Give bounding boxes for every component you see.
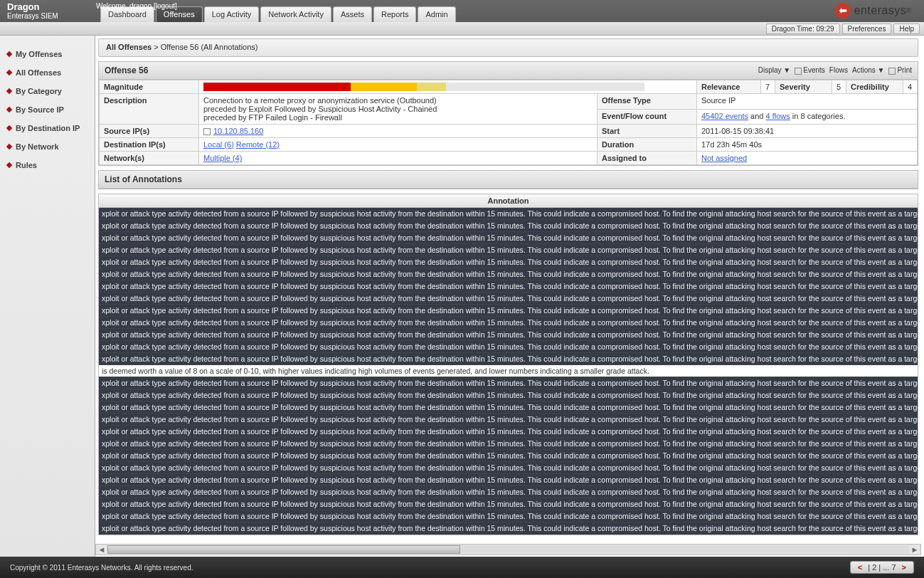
sub-toolbar: Dragon Time: 09:29 Preferences Help (0, 22, 924, 36)
scroll-thumb[interactable] (107, 545, 460, 554)
annotation-row[interactable]: xploit or attack type activity detected … (99, 401, 918, 414)
relevance-value: 7 (761, 80, 775, 94)
annotation-row[interactable]: xploit or attack type activity detected … (99, 329, 918, 341)
duration-value: 17d 23h 45m 40s (697, 138, 918, 152)
assigned-label: Assigned to (598, 152, 697, 165)
tab-admin[interactable]: Admin (418, 6, 455, 22)
page-next[interactable]: > (902, 563, 906, 572)
networks-link[interactable]: Multiple (4) (203, 154, 242, 162)
welcome-text: Welcome, dragon [logout] (96, 2, 177, 10)
annotation-row[interactable]: xploit or attack type activity detected … (99, 498, 918, 510)
annotation-row[interactable]: xploit or attack type activity detected … (99, 280, 918, 293)
annotation-row[interactable]: xploit or attack type activity detected … (99, 208, 918, 220)
brand: Dragon Enterasys SIEM (7, 1, 58, 20)
sidebar-item-by-source-ip[interactable]: By Source IP (0, 103, 95, 117)
credibility-value: 4 (903, 80, 918, 94)
dragon-time: Dragon Time: 09:29 (766, 23, 840, 34)
annotation-row[interactable]: xploit or attack type activity detected … (99, 377, 918, 389)
annotation-row[interactable]: xploit or attack type activity detected … (99, 353, 918, 365)
scroll-left-icon[interactable]: ◄ (96, 545, 107, 554)
pager: < | 2 | ... 7 > (850, 561, 914, 574)
tab-network-activity[interactable]: Network Activity (260, 6, 331, 22)
eventflow-value: 45402 events and 4 flows in 8 categories… (697, 109, 918, 125)
help-button[interactable]: Help (893, 23, 920, 34)
annotation-row[interactable]: xploit or attack type activity detected … (99, 426, 918, 438)
diamond-icon (6, 70, 12, 75)
logo-icon (835, 3, 851, 19)
sidebar-item-by-category[interactable]: By Category (0, 84, 95, 98)
breadcrumb: All Offenses > Offense 56 (All Annotatio… (98, 38, 918, 57)
offense-type-value: Source IP (697, 94, 918, 110)
annotation-row[interactable]: xploit or attack type activity detected … (99, 317, 918, 329)
annotation-row[interactable]: xploit or attack type activity detected … (99, 474, 918, 486)
annotation-row[interactable]: xploit or attack type activity detected … (99, 244, 918, 256)
annotation-row[interactable]: xploit or attack type activity detected … (99, 341, 918, 353)
display-menu[interactable]: Display ▼ (758, 66, 790, 74)
page-prev[interactable]: < (858, 563, 862, 572)
annotations-title: List of Annotations (99, 171, 918, 189)
tab-log-activity[interactable]: Log Activity (204, 6, 260, 22)
tab-reports[interactable]: Reports (373, 6, 417, 22)
flows-button[interactable]: Flows (829, 66, 848, 74)
print-icon (888, 68, 896, 75)
annotation-row[interactable]: xploit or attack type activity detected … (99, 305, 918, 317)
flows-link[interactable]: 4 flows (766, 112, 790, 120)
duration-label: Duration (598, 138, 697, 152)
dest-local-link[interactable]: Local (6) (203, 140, 234, 149)
annotation-row[interactable]: xploit or attack type activity detected … (99, 293, 918, 305)
scroll-track[interactable] (107, 545, 909, 554)
logout-link[interactable]: [logout] (154, 2, 177, 10)
assigned-link[interactable]: Not assigned (701, 154, 747, 162)
annotation-row[interactable]: xploit or attack type activity detected … (99, 389, 918, 401)
source-ip-label: Source IP(s) (100, 125, 199, 138)
annotation-row[interactable]: xploit or attack type activity detected … (99, 522, 918, 535)
diamond-icon (6, 144, 12, 149)
preferences-button[interactable]: Preferences (842, 23, 892, 34)
networks-value: Multiple (4) (199, 152, 598, 165)
diamond-icon (6, 162, 12, 168)
annotation-row[interactable]: xploit or attack type activity detected … (99, 510, 918, 522)
horizontal-scrollbar[interactable]: ◄ ► (95, 544, 921, 555)
logo-text: enterasys (854, 4, 906, 17)
vendor-logo: enterasys® (835, 3, 911, 19)
annotation-row[interactable]: xploit or attack type activity detected … (99, 220, 918, 232)
print-button[interactable]: Print (888, 66, 912, 74)
annotation-row[interactable]: xploit or attack type activity detected … (99, 438, 918, 450)
diamond-icon (6, 51, 12, 57)
tab-assets[interactable]: Assets (333, 6, 372, 22)
severity-value: 5 (832, 80, 846, 94)
annotation-row[interactable]: is deemed worth a value of 8 on a scale … (99, 365, 918, 377)
magnitude-label: Magnitude (100, 80, 199, 94)
description-label: Description (100, 94, 199, 125)
sidebar-item-my-offenses[interactable]: My Offenses (0, 47, 95, 61)
annotation-row[interactable]: xploit or attack type activity detected … (99, 256, 918, 268)
events-link[interactable]: 45402 events (701, 112, 748, 120)
sidebar-item-all-offenses[interactable]: All Offenses (0, 65, 95, 80)
annotations-list[interactable]: Annotation xploit or attack type activit… (98, 194, 918, 535)
source-ip-link[interactable]: 10.120.85.160 (213, 127, 263, 135)
sidebar-item-rules[interactable]: Rules (0, 158, 95, 172)
annotation-row[interactable]: xploit or attack type activity detected … (99, 232, 918, 244)
start-label: Start (598, 125, 697, 138)
sidebar-item-by-network[interactable]: By Network (0, 140, 95, 154)
annotations-panel: List of Annotations (98, 170, 918, 189)
credibility-label: Credibility (846, 80, 903, 94)
events-button[interactable]: Events (795, 66, 825, 74)
annotation-row[interactable]: xploit or attack type activity detected … (99, 462, 918, 474)
sidebar-item-by-destination-ip[interactable]: By Destination IP (0, 121, 95, 135)
annotation-row[interactable]: xploit or attack type activity detected … (99, 268, 918, 280)
breadcrumb-root[interactable]: All Offenses (106, 43, 152, 51)
annotation-row[interactable]: xploit or attack type activity detected … (99, 450, 918, 462)
dest-remote-link[interactable]: Remote (12) (236, 140, 280, 149)
description-value: Connection to a remote proxy or anonymiz… (199, 94, 598, 125)
scroll-right-icon[interactable]: ► (909, 545, 920, 554)
eventflow-label: Event/Flow count (598, 109, 697, 125)
annotation-row[interactable]: xploit or attack type activity detected … (99, 486, 918, 498)
offense-info-table: Magnitude Relevance 7 Severity 5 Credibi… (99, 80, 918, 165)
annotation-column-header: Annotation (99, 194, 918, 208)
annotation-row[interactable]: xploit or attack type activity detected … (99, 535, 918, 535)
annotation-row[interactable]: xploit or attack type activity detected … (99, 414, 918, 426)
breadcrumb-leaf: Offense 56 (All Annotations) (161, 43, 258, 51)
actions-menu[interactable]: Actions ▼ (852, 66, 884, 74)
offense-panel: Offense 56 Display ▼ Events Flows Action… (98, 61, 918, 166)
